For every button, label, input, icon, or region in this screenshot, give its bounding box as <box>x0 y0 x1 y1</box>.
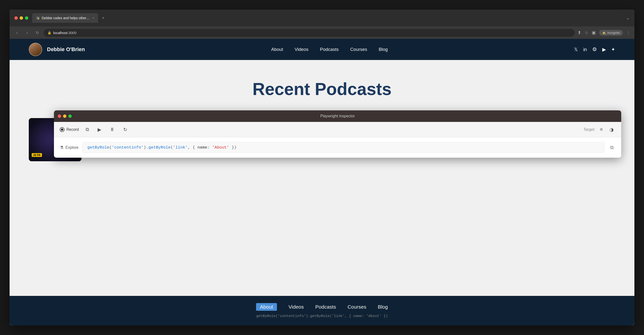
site-header: Debbie O'Brien About Videos Podcasts Cou… <box>10 39 634 60</box>
code-colon: : <box>207 145 212 150</box>
active-tab[interactable]: 🎭 Debbie codes and helps other… × <box>32 13 98 23</box>
playwright-inspector: Playwright Inspector Record ⧉ ▶ ⏸ ↻ <box>54 110 621 158</box>
chevron-icon: ⌄ <box>626 15 630 21</box>
incognito-label: Incognito <box>607 31 620 35</box>
maximize-button[interactable] <box>25 16 28 20</box>
record-label: Record <box>66 127 79 132</box>
incognito-icon: 🕵 <box>602 31 606 35</box>
record-dot <box>61 128 63 131</box>
inspector-traffic-lights <box>58 115 72 118</box>
code-comma: , { <box>188 145 198 150</box>
twitter-icon[interactable]: 𝕏 <box>574 47 578 52</box>
tab-bar: 🎭 Debbie codes and helps other… × + <box>32 13 622 23</box>
github-icon[interactable]: ⚙ <box>592 46 597 53</box>
more-button[interactable]: ⋮ <box>626 30 630 35</box>
play-button[interactable]: ▶ <box>96 126 103 133</box>
reload-button[interactable]: ↻ <box>34 31 41 35</box>
main-content: Recent Podcasts JS PA <box>10 60 634 296</box>
minimize-button[interactable] <box>20 16 23 20</box>
inspector-code-area: ⚗ Explore getByRole('contentinfo').getBy… <box>54 137 621 158</box>
tab-favicon: 🎭 <box>36 16 40 20</box>
footer-nav-podcasts[interactable]: Podcasts <box>315 304 336 310</box>
share-icon[interactable]: ⬆ <box>578 30 581 35</box>
avatar <box>29 43 42 56</box>
explore-label: Explore <box>66 145 78 150</box>
explore-button[interactable]: ⚗ Explore <box>60 145 78 150</box>
toolbar-right: ⬆ ☆ ▣ 🕵 Incognito ⋮ <box>578 30 630 36</box>
theme-toggle-icon[interactable]: ✦ <box>611 47 615 52</box>
url-text: localhost:3000 <box>53 31 76 35</box>
title-bar: 🎭 Debbie codes and helps other… × + ⌄ <box>10 10 634 27</box>
inspector-toolbar-left: Record ⧉ ▶ ⏸ ↻ <box>60 126 129 133</box>
code-paren3: ( <box>170 145 173 150</box>
code-paren2: ). <box>144 145 148 150</box>
footer-nav-videos[interactable]: Videos <box>288 304 304 310</box>
flask-icon: ⚗ <box>60 145 64 150</box>
tab-title: Debbie codes and helps other… <box>42 16 90 20</box>
inspector-maximize-button[interactable] <box>68 115 72 118</box>
inspector-toolbar-right: Target: ≡ ◑ <box>583 126 616 133</box>
address-bar-row: ‹ › ↻ 🔒 localhost:3000 ⬆ ☆ ▣ 🕵 Incognito… <box>10 27 634 39</box>
code-method1: getByRole <box>87 145 109 150</box>
target-label: Target: <box>583 127 595 132</box>
avatar-image <box>29 43 42 56</box>
tab-close-button[interactable]: × <box>92 16 94 20</box>
podcast-label: JS PA <box>32 153 42 157</box>
site-logo-name: Debbie O'Brien <box>47 46 85 53</box>
pause-button[interactable]: ⏸ <box>108 126 116 133</box>
page-title: Recent Podcasts <box>29 79 615 99</box>
code-paren1: ( <box>109 145 112 150</box>
nav-about[interactable]: About <box>271 47 283 52</box>
nav-blog[interactable]: Blog <box>378 47 388 52</box>
footer-nav: About Videos Podcasts Courses Blog <box>256 303 388 311</box>
back-button[interactable]: ‹ <box>14 30 20 35</box>
code-key: name <box>197 145 207 150</box>
site-nav: About Videos Podcasts Courses Blog <box>271 47 388 52</box>
code-display: getByRole('contentinfo').getByRole('link… <box>82 142 604 153</box>
record-circle-icon <box>60 127 64 132</box>
code-arg1: 'contentinfo' <box>112 145 144 150</box>
step-button[interactable]: ↻ <box>121 126 129 133</box>
inspector-title: Playwright Inspector <box>58 114 618 118</box>
close-button[interactable] <box>14 16 18 20</box>
copy-code-button[interactable]: ⧉ <box>84 126 91 133</box>
copy-button[interactable]: ⧉ <box>608 144 616 151</box>
nav-podcasts[interactable]: Podcasts <box>320 47 338 52</box>
code-method2: getByRole <box>148 145 170 150</box>
footer-nav-blog[interactable]: Blog <box>378 304 388 310</box>
nav-courses[interactable]: Courses <box>350 47 367 52</box>
incognito-badge: 🕵 Incognito <box>599 30 623 36</box>
code-close: }) <box>229 145 237 150</box>
page-section: Recent Podcasts <box>10 60 634 118</box>
address-bar[interactable]: 🔒 localhost:3000 <box>44 29 575 37</box>
traffic-lights <box>14 16 28 20</box>
linkedin-icon[interactable]: in <box>583 47 587 52</box>
inspector-minimize-button[interactable] <box>63 115 66 118</box>
contrast-button[interactable]: ◑ <box>608 126 616 133</box>
target-menu-button[interactable]: ≡ <box>598 126 605 133</box>
site-logo: Debbie O'Brien <box>29 43 85 56</box>
site-footer: About Videos Podcasts Courses Blog getBy… <box>10 296 634 325</box>
website: Debbie O'Brien About Videos Podcasts Cou… <box>10 39 634 325</box>
footer-nav-about[interactable]: About <box>256 303 277 311</box>
forward-button[interactable]: › <box>24 30 31 35</box>
lock-icon: 🔒 <box>48 31 51 35</box>
social-icons: 𝕏 in ⚙ ▶ ✦ <box>574 46 615 53</box>
record-button[interactable]: Record <box>60 127 79 132</box>
footer-nav-courses[interactable]: Courses <box>348 304 366 310</box>
new-tab-button[interactable]: + <box>100 15 106 22</box>
code-value: 'About' <box>212 145 229 150</box>
bookmark-icon[interactable]: ☆ <box>584 30 588 35</box>
inspector-titlebar: Playwright Inspector <box>54 110 621 122</box>
code-arg2: 'link' <box>173 145 188 150</box>
inspector-toolbar: Record ⧉ ▶ ⏸ ↻ Target: ≡ ◑ <box>54 122 621 137</box>
split-icon[interactable]: ▣ <box>592 30 596 35</box>
youtube-icon[interactable]: ▶ <box>602 47 606 52</box>
browser-window: 🎭 Debbie codes and helps other… × + ⌄ ‹ … <box>10 10 634 325</box>
inspector-close-button[interactable] <box>58 115 61 118</box>
footer-code: getByRole('contentinfo').getByRole('link… <box>256 314 388 318</box>
nav-videos[interactable]: Videos <box>295 47 308 52</box>
